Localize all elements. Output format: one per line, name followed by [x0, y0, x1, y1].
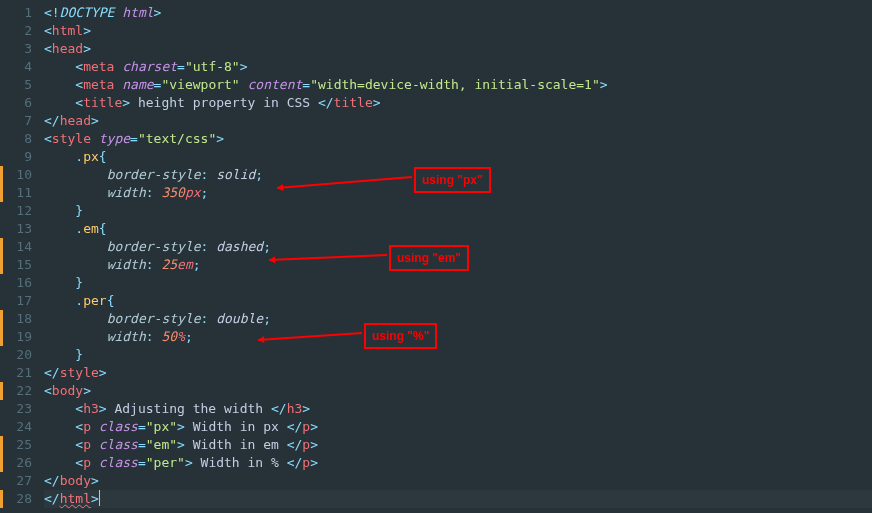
code-line[interactable]: } [44, 202, 872, 220]
line-number: 5 [6, 76, 32, 94]
line-number: 18 [6, 310, 32, 328]
code-line[interactable]: border-style: solid; [44, 166, 872, 184]
line-number: 14 [6, 238, 32, 256]
line-number: 21 [6, 364, 32, 382]
code-line[interactable]: border-style: dashed; [44, 238, 872, 256]
line-number: 10 [6, 166, 32, 184]
line-number: 1 [6, 4, 32, 22]
code-line[interactable]: width: 350px; [44, 184, 872, 202]
line-number: 15 [6, 256, 32, 274]
line-number: 13 [6, 220, 32, 238]
line-number: 24 [6, 418, 32, 436]
code-line[interactable]: .per{ [44, 292, 872, 310]
line-number: 22 [6, 382, 32, 400]
code-line[interactable]: <h3> Adjusting the width </h3> [44, 400, 872, 418]
code-line[interactable]: .px{ [44, 148, 872, 166]
code-line[interactable]: <head> [44, 40, 872, 58]
line-number: 12 [6, 202, 32, 220]
line-number: 3 [6, 40, 32, 58]
line-number: 19 [6, 328, 32, 346]
code-line[interactable]: </head> [44, 112, 872, 130]
line-number: 17 [6, 292, 32, 310]
code-line[interactable]: <title> height property in CSS </title> [44, 94, 872, 112]
line-number: 2 [6, 22, 32, 40]
code-line[interactable]: <p class="px"> Width in px </p> [44, 418, 872, 436]
line-number: 26 [6, 454, 32, 472]
line-number: 23 [6, 400, 32, 418]
line-number: 25 [6, 436, 32, 454]
line-number: 9 [6, 148, 32, 166]
code-line[interactable]: } [44, 274, 872, 292]
code-line[interactable]: } [44, 346, 872, 364]
line-number: 7 [6, 112, 32, 130]
line-number: 16 [6, 274, 32, 292]
line-number-gutter: 1234567891011121314151617181920212223242… [0, 0, 44, 513]
code-line[interactable]: </body> [44, 472, 872, 490]
code-line[interactable]: <p class="per"> Width in % </p> [44, 454, 872, 472]
code-line[interactable]: border-style: double; [44, 310, 872, 328]
code-editor[interactable]: 1234567891011121314151617181920212223242… [0, 0, 872, 513]
code-area[interactable]: using "px"using "em"using "%" <!DOCTYPE … [44, 0, 872, 513]
code-line[interactable]: width: 50%; [44, 328, 872, 346]
code-line[interactable]: <html> [44, 22, 872, 40]
line-number: 4 [6, 58, 32, 76]
code-line[interactable]: </style> [44, 364, 872, 382]
code-line[interactable]: width: 25em; [44, 256, 872, 274]
code-line[interactable]: <meta name="viewport" content="width=dev… [44, 76, 872, 94]
line-number: 27 [6, 472, 32, 490]
code-line[interactable]: .em{ [44, 220, 872, 238]
code-line[interactable]: <!DOCTYPE html> [44, 4, 872, 22]
code-line[interactable]: <p class="em"> Width in em </p> [44, 436, 872, 454]
code-line[interactable]: <meta charset="utf-8"> [44, 58, 872, 76]
code-line[interactable]: <style type="text/css"> [44, 130, 872, 148]
line-number: 11 [6, 184, 32, 202]
line-number: 20 [6, 346, 32, 364]
line-number: 8 [6, 130, 32, 148]
code-line[interactable]: <body> [44, 382, 872, 400]
line-number: 28 [6, 490, 32, 508]
line-number: 6 [6, 94, 32, 112]
